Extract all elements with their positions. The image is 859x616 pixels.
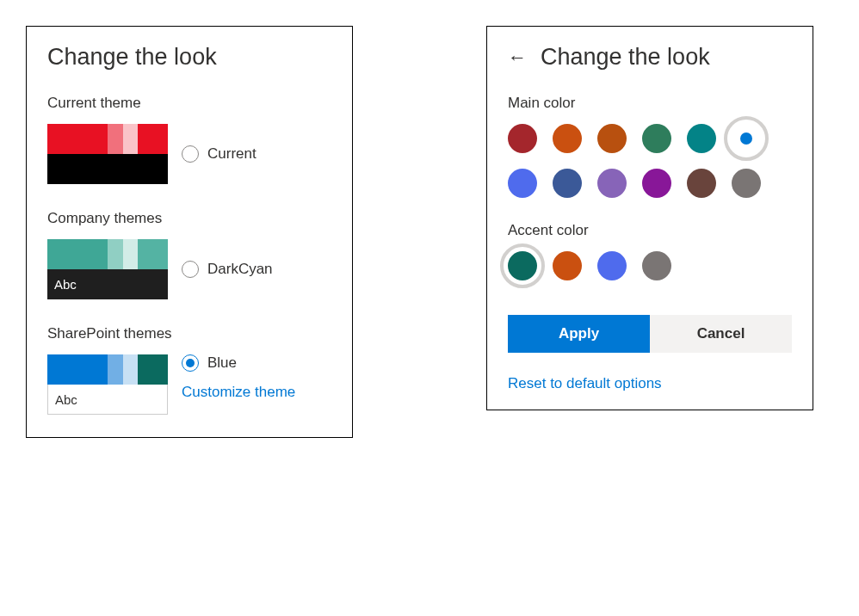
main-color-swatch-3[interactable] (642, 124, 671, 153)
main-color-swatch-2[interactable] (597, 124, 627, 153)
theme-name-darkcyan: DarkCyan (207, 261, 273, 278)
main-color-grid (508, 124, 792, 198)
main-color-swatch-4[interactable] (687, 124, 716, 153)
main-color-swatch-0[interactable] (508, 124, 537, 153)
section-sharepoint-themes-label: SharePoint themes (47, 325, 331, 342)
change-look-color-panel: ← Change the look Main color Accent colo… (486, 26, 813, 410)
swatch (123, 124, 139, 154)
theme-preview-text: Abc (54, 277, 77, 292)
cancel-button[interactable]: Cancel (650, 315, 792, 353)
swatch (138, 239, 168, 269)
change-look-theme-panel: Change the look Current theme Current (26, 26, 353, 438)
swatch (47, 239, 108, 269)
swatch (108, 239, 123, 269)
theme-preview-text: Abc (55, 392, 77, 407)
apply-button[interactable]: Apply (508, 315, 650, 353)
panel-title: Change the look (47, 44, 331, 71)
accent-color-swatch-1[interactable] (553, 251, 582, 280)
radio-current[interactable] (182, 145, 199, 163)
theme-preview-bottom: Abc (47, 269, 168, 299)
theme-row-current: Current (47, 124, 331, 184)
theme-radio-group: Current (182, 145, 256, 163)
theme-row-company: Abc DarkCyan (47, 239, 331, 299)
accent-color-label: Accent color (508, 222, 792, 239)
main-color-swatch-5[interactable] (732, 124, 761, 153)
main-color-swatch-11[interactable] (732, 169, 761, 198)
theme-radio-group: DarkCyan (182, 261, 273, 278)
panel-title: ← Change the look (508, 44, 792, 71)
swatch (47, 124, 108, 154)
panel-title-text: Change the look (541, 44, 710, 71)
section-company-themes-label: Company themes (47, 210, 331, 227)
section-current-theme-label: Current theme (47, 95, 331, 112)
swatch (138, 354, 168, 385)
main-color-swatch-6[interactable] (508, 169, 537, 198)
theme-row-sharepoint: Abc Blue Customize theme (47, 354, 331, 415)
main-color-label: Main color (508, 95, 792, 112)
swatch (138, 124, 168, 154)
customize-theme-link[interactable]: Customize theme (182, 384, 295, 401)
theme-right-column: Blue Customize theme (182, 354, 295, 401)
main-color-swatch-1[interactable] (553, 124, 582, 153)
accent-color-grid (508, 251, 792, 280)
radio-darkcyan[interactable] (182, 261, 199, 278)
panel-title-text: Change the look (47, 44, 217, 71)
theme-preview-current[interactable] (47, 124, 168, 184)
swatch (123, 354, 139, 385)
swatch (108, 124, 123, 154)
theme-preview-swatches (47, 239, 168, 269)
theme-radio-group: Blue (182, 354, 295, 372)
theme-preview-swatches (47, 124, 168, 154)
theme-preview-blue[interactable]: Abc (47, 354, 168, 415)
main-color-swatch-10[interactable] (687, 169, 716, 198)
radio-blue[interactable] (182, 354, 199, 372)
accent-color-swatch-0[interactable] (508, 251, 537, 280)
main-color-swatch-8[interactable] (597, 169, 627, 198)
main-color-swatch-9[interactable] (642, 169, 671, 198)
button-row: Apply Cancel (508, 315, 792, 353)
theme-preview-bottom: Abc (47, 385, 168, 415)
swatch (108, 354, 123, 385)
swatch (123, 239, 139, 269)
theme-preview-bottom (47, 154, 168, 184)
theme-preview-swatches (47, 354, 168, 385)
accent-color-swatch-3[interactable] (642, 251, 671, 280)
theme-name-current: Current (207, 145, 256, 163)
back-arrow-icon[interactable]: ← (508, 48, 527, 67)
accent-color-swatch-2[interactable] (597, 251, 627, 280)
theme-preview-darkcyan[interactable]: Abc (47, 239, 168, 299)
reset-default-link[interactable]: Reset to default options (508, 375, 662, 391)
theme-name-blue: Blue (207, 354, 237, 372)
main-color-swatch-7[interactable] (553, 169, 582, 198)
swatch (47, 354, 108, 385)
